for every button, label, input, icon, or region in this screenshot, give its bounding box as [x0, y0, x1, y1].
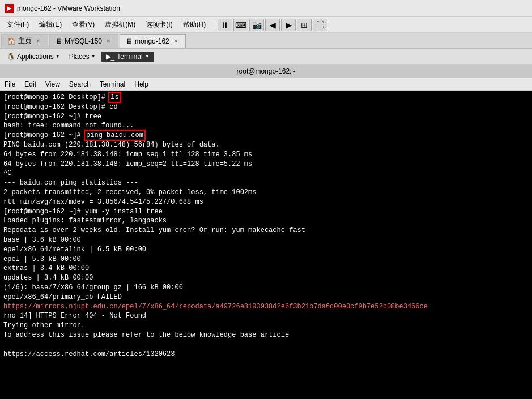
titlebar: ▶ mongo-162 - VMware Workstation [0, 0, 532, 17]
terminal-line-17: epel/x86_64/metalink | 6.5 kB 00:00 [3, 245, 529, 255]
tab-mongo[interactable]: 🖥 mongo-162 ✕ [120, 34, 186, 48]
menu-edit[interactable]: 编辑(E) [35, 18, 66, 31]
cmd-ping: ping baidu.com [85, 131, 144, 140]
menu-tab[interactable]: 选项卡(I) [141, 18, 177, 31]
term-menu-view[interactable]: View [45, 80, 60, 88]
terminal-line-16: base | 3.6 kB 00:00 [3, 235, 529, 245]
applications-icon: 🐧 [7, 53, 15, 61]
tab-mongo-icon: 🖥 [126, 37, 133, 45]
terminal-line-9: ^C [3, 169, 529, 178]
menu-file[interactable]: 文件(F) [2, 18, 33, 31]
term-menu-terminal[interactable]: Terminal [100, 80, 125, 88]
window-title: mongo-162 - VMware Workstation [17, 5, 120, 12]
vmware-icon: ▶ [5, 4, 14, 13]
toolbar-forward[interactable]: ▶ [281, 19, 296, 31]
places-arrow: ▼ [91, 54, 96, 59]
applications-arrow: ▼ [56, 54, 60, 59]
terminal-line-27 [3, 340, 529, 350]
term-menu-help[interactable]: Help [134, 80, 148, 88]
cmd-ls: ls [109, 93, 120, 102]
terminal-line-11: 2 packets transmitted, 2 received, 0% pa… [3, 188, 529, 198]
menu-view[interactable]: 查看(V) [67, 18, 99, 31]
terminal-line-22: epel/x86_64/primary_db FAILED [3, 293, 529, 302]
term-menu-file[interactable]: File [5, 80, 15, 88]
terminal-line-2: [root@mongo-162 Desktop]# cd [3, 102, 529, 112]
terminal-line-26: To address this issue please refer to th… [3, 331, 529, 340]
terminal-line-19: extras | 3.4 kB 00:00 [3, 264, 529, 273]
terminal-line-23: https://mirrors.njupt.edu.cn/epel/7/x86_… [3, 302, 529, 312]
terminal-menu[interactable]: ▶_ Terminal ▼ [101, 52, 154, 62]
tab-bar: 🏠 主页 ✕ 🖥 MYSQL-150 ✕ 🖥 mongo-162 ✕ [0, 33, 532, 49]
toolbar-pause[interactable]: ⏸ [218, 19, 232, 31]
terminal-line-12: rtt min/avg/max/mdev = 3.856/4.541/5.227… [3, 198, 529, 207]
tab-mysql-close[interactable]: ✕ [104, 37, 112, 45]
terminal-line-21: (1/6): base/7/x86_64/group_gz | 166 kB 0… [3, 283, 529, 293]
terminal-line-1: [root@mongo-162 Desktop]# ls [3, 93, 529, 102]
toolbar-back[interactable]: ◀ [265, 19, 280, 31]
terminal-line-5: [root@mongo-162 ~]# ping baidu.com [3, 131, 529, 140]
terminal-line-24: rno 14] HTTPS Error 404 - Not Found [3, 311, 529, 321]
tab-mongo-label: mongo-162 [135, 37, 169, 45]
app-bar: 🐧 Applications ▼ Places ▼ ▶_ Terminal ▼ [0, 49, 532, 65]
terminal-arrow: ▼ [145, 54, 150, 59]
terminal-line-20: updates | 3.4 kB 00:00 [3, 273, 529, 283]
toolbar-group: ⏸ ⌨ 📷 ◀ ▶ ⊞ ⛶ [218, 19, 327, 31]
terminal-line-8: 64 bytes from 220.181.38.148: icmp_seq=2… [3, 160, 529, 169]
terminal-line-14: Loaded plugins: fastestmirror, langpacks [3, 216, 529, 226]
places-label: Places [69, 53, 90, 61]
toolbar-snapshot[interactable]: 📷 [249, 19, 264, 31]
terminal-label: Terminal [117, 53, 142, 61]
terminal-icon: ▶_ [106, 53, 115, 61]
main-window: ▶ mongo-162 - VMware Workstation 文件(F) 编… [0, 0, 532, 399]
terminal-titlebar: root@mongo-162:~ [0, 65, 532, 78]
terminal-line-7: 64 bytes from 220.181.38.148: icmp_seq=1… [3, 150, 529, 160]
tab-mongo-close[interactable]: ✕ [172, 37, 180, 45]
vmware-menubar: 文件(F) 编辑(E) 查看(V) 虚拟机(M) 选项卡(I) 帮助(H) ⏸ … [0, 17, 532, 33]
terminal-line-10: --- baidu.com ping statistics --- [3, 178, 529, 188]
term-menu-edit[interactable]: Edit [24, 80, 36, 88]
terminal-menubar: File Edit View Search Terminal Help [0, 78, 532, 91]
tab-home[interactable]: 🏠 主页 ✕ [1, 34, 48, 48]
menu-help[interactable]: 帮助(H) [178, 18, 211, 31]
tab-mysql-icon: 🖥 [56, 37, 62, 45]
terminal-line-18: epel | 5.3 kB 00:00 [3, 255, 529, 264]
toolbar-fullscreen[interactable]: ⛶ [313, 19, 327, 31]
term-menu-search[interactable]: Search [69, 80, 91, 88]
applications-menu[interactable]: 🐧 Applications ▼ [3, 52, 63, 62]
terminal-line-25: Trying other mirror. [3, 321, 529, 331]
menu-vm[interactable]: 虚拟机(M) [100, 18, 140, 31]
terminal-line-28: https://access.redhat.com/articles/13206… [3, 350, 529, 359]
tab-home-label: 主页 [18, 36, 32, 46]
terminal-line-4: bash: tree: command not found... [3, 121, 529, 131]
places-menu[interactable]: Places ▼ [66, 52, 99, 62]
terminal-line-15: Repodata is over 2 weeks old. Install yu… [3, 226, 529, 235]
terminal-window-title: root@mongo-162:~ [237, 67, 296, 75]
terminal-line-13: [root@mongo-162 ~]# yum -y install tree [3, 207, 529, 217]
tab-home-icon: 🏠 [7, 37, 16, 45]
menubar-separator [214, 19, 214, 31]
tab-home-close[interactable]: ✕ [34, 37, 42, 45]
toolbar-resize[interactable]: ⊞ [297, 19, 312, 31]
content-area: root@mongo-162:~ File Edit View Search T… [0, 65, 532, 399]
toolbar-send-input[interactable]: ⌨ [233, 19, 248, 31]
applications-label: Applications [17, 53, 54, 61]
terminal-body[interactable]: [root@mongo-162 Desktop]# ls [root@mongo… [0, 91, 532, 399]
terminal-line-6: PING baidu.com (220.181.38.148) 56(84) b… [3, 140, 529, 150]
tab-mysql-label: MYSQL-150 [65, 37, 102, 45]
tab-mysql[interactable]: 🖥 MYSQL-150 ✕ [49, 34, 118, 48]
terminal-line-3: [root@mongo-162 ~]# tree [3, 112, 529, 122]
